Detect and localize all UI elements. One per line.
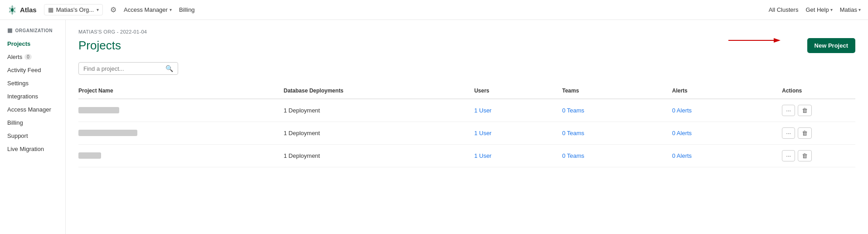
org-chevron-icon: ▾ — [97, 7, 99, 12]
all-clusters-nav[interactable]: All Clusters — [769, 6, 799, 13]
actions-cell-2: ··· 🗑 — [782, 122, 855, 145]
deployments-cell-2: 1 Deployment — [284, 122, 474, 145]
new-project-button[interactable]: New Project — [807, 38, 855, 53]
project-name-link-1[interactable] — [78, 107, 119, 113]
deployments-cell-3: 1 Deployment — [284, 145, 474, 167]
org-selector[interactable]: ▦ Matias's Org... ▾ — [44, 4, 103, 15]
breadcrumb: Matias's Org - 2022-01-04 — [78, 29, 855, 34]
actions-cell-1: ··· 🗑 — [782, 99, 855, 122]
teams-link-3[interactable]: 0 Teams — [562, 152, 584, 159]
sidebar-item-live-migration[interactable]: Live Migration — [0, 142, 65, 156]
project-name-cell-1 — [78, 99, 284, 122]
sidebar: ▦ Organization Projects Alerts 0 Activit… — [0, 20, 66, 234]
teams-cell-3: 0 Teams — [562, 145, 672, 167]
get-help-chevron-icon: ▾ — [830, 7, 833, 12]
teams-link-1[interactable]: 0 Teams — [562, 107, 584, 114]
user-chevron-icon: ▾ — [858, 7, 861, 12]
page-title: Projects — [78, 39, 121, 53]
access-manager-label: Access Manager — [124, 6, 168, 13]
more-options-button-3[interactable]: ··· — [782, 150, 795, 161]
teams-cell-2: 0 Teams — [562, 122, 672, 145]
search-icon: 🔍 — [165, 65, 173, 72]
atlas-logo-text: Atlas — [20, 6, 37, 14]
teams-link-2[interactable]: 0 Teams — [562, 130, 584, 136]
get-help-label: Get Help — [805, 6, 829, 13]
top-nav-right: All Clusters Get Help ▾ Matias ▾ — [769, 6, 861, 13]
sidebar-item-activity-feed[interactable]: Activity Feed — [0, 63, 65, 77]
atlas-logo[interactable]: Atlas — [7, 5, 37, 15]
users-link-1[interactable]: 1 User — [474, 107, 491, 114]
search-input[interactable] — [83, 65, 163, 72]
sidebar-item-support[interactable]: Support — [0, 129, 65, 142]
alerts-cell-3: 0 Alerts — [672, 145, 782, 167]
project-name-cell-3 — [78, 145, 284, 167]
alerts-link-1[interactable]: 0 Alerts — [672, 107, 692, 114]
users-link-3[interactable]: 1 User — [474, 152, 491, 159]
billing-nav[interactable]: Billing — [179, 6, 195, 13]
alerts-badge: 0 — [24, 54, 32, 60]
sidebar-org-icon: ▦ — [7, 27, 13, 34]
user-menu[interactable]: Matias ▾ — [840, 6, 861, 13]
col-header-project-name: Project Name — [78, 84, 284, 99]
col-header-teams: Teams — [562, 84, 672, 99]
sidebar-item-billing[interactable]: Billing — [0, 116, 65, 129]
table-body: 1 Deployment 1 User 0 Teams 0 Alerts ···… — [78, 99, 855, 167]
access-manager-chevron-icon: ▾ — [170, 7, 172, 12]
deployments-cell-1: 1 Deployment — [284, 99, 474, 122]
get-help-nav[interactable]: Get Help ▾ — [805, 6, 832, 13]
svg-marker-2 — [774, 38, 781, 43]
org-name: Matias's Org... — [56, 6, 94, 13]
more-options-button-2[interactable]: ··· — [782, 127, 795, 139]
sidebar-item-integrations[interactable]: Integrations — [0, 90, 65, 103]
project-name-link-3[interactable] — [78, 152, 101, 159]
users-cell-2: 1 User — [474, 122, 562, 145]
delete-button-2[interactable]: 🗑 — [798, 127, 812, 139]
sidebar-section-label: ▦ Organization — [0, 27, 65, 37]
alerts-label: Alerts — [7, 54, 22, 60]
top-nav-left: Atlas ▦ Matias's Org... ▾ ⚙ Access Manag… — [7, 4, 195, 15]
access-manager-nav[interactable]: Access Manager ▾ — [124, 6, 172, 13]
more-options-button-1[interactable]: ··· — [782, 105, 795, 116]
users-cell-1: 1 User — [474, 99, 562, 122]
table-header: Project Name Database Deployments Users … — [78, 84, 855, 99]
user-name: Matias — [840, 6, 857, 13]
table-row: 1 Deployment 1 User 0 Teams 0 Alerts ···… — [78, 122, 855, 145]
project-name-cell-2 — [78, 122, 284, 145]
col-header-deployments: Database Deployments — [284, 84, 474, 99]
top-nav: Atlas ▦ Matias's Org... ▾ ⚙ Access Manag… — [0, 0, 868, 20]
col-header-alerts: Alerts — [672, 84, 782, 99]
users-cell-3: 1 User — [474, 145, 562, 167]
table-row: 1 Deployment 1 User 0 Teams 0 Alerts ···… — [78, 145, 855, 167]
layout: ▦ Organization Projects Alerts 0 Activit… — [0, 20, 868, 234]
alerts-cell-1: 0 Alerts — [672, 99, 782, 122]
sidebar-item-projects[interactable]: Projects — [0, 37, 65, 50]
main-content: Matias's Org - 2022-01-04 Projects New P… — [66, 20, 868, 234]
svg-point-0 — [11, 8, 13, 12]
projects-table: Project Name Database Deployments Users … — [78, 84, 855, 167]
sidebar-item-access-manager[interactable]: Access Manager — [0, 103, 65, 116]
alerts-link-2[interactable]: 0 Alerts — [672, 130, 692, 136]
alerts-cell-2: 0 Alerts — [672, 122, 782, 145]
org-icon: ▦ — [48, 6, 53, 13]
sidebar-item-settings[interactable]: Settings — [0, 77, 65, 90]
col-header-users: Users — [474, 84, 562, 99]
arrow-annotation — [728, 34, 783, 47]
delete-button-1[interactable]: 🗑 — [798, 105, 812, 116]
actions-cell-3: ··· 🗑 — [782, 145, 855, 167]
project-name-link-2[interactable] — [78, 130, 137, 136]
teams-cell-1: 0 Teams — [562, 99, 672, 122]
table-row: 1 Deployment 1 User 0 Teams 0 Alerts ···… — [78, 99, 855, 122]
users-link-2[interactable]: 1 User — [474, 130, 491, 136]
col-header-actions: Actions — [782, 84, 855, 99]
delete-button-3[interactable]: 🗑 — [798, 150, 812, 161]
settings-gear-icon[interactable]: ⚙ — [110, 5, 116, 14]
alerts-link-3[interactable]: 0 Alerts — [672, 152, 692, 159]
sidebar-item-alerts[interactable]: Alerts 0 — [0, 50, 65, 63]
page-header: Projects New Project — [78, 38, 855, 53]
search-bar: 🔍 — [78, 62, 178, 75]
new-project-container: New Project — [807, 38, 855, 53]
